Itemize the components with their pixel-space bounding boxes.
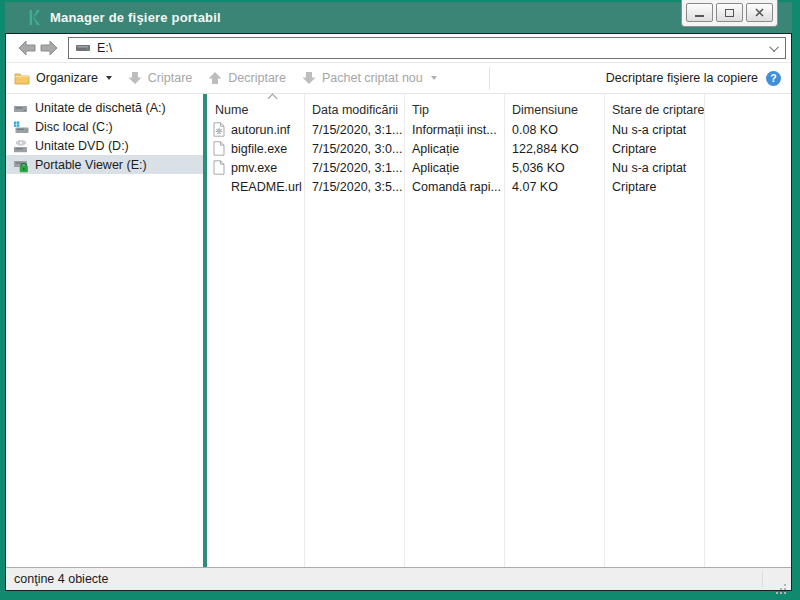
- address-bar[interactable]: E:\: [68, 37, 786, 59]
- minimize-button[interactable]: [686, 3, 713, 22]
- file-modified: 7/15/2020, 3:0...: [304, 142, 404, 156]
- toolbar-separator: [489, 67, 490, 90]
- sidebar-item-label: Unitate DVD (D:): [35, 139, 129, 153]
- window-title: Manager de fişiere portabil: [50, 10, 221, 25]
- sidebar-item-label: Portable Viewer (E:): [35, 158, 147, 172]
- decrypt-label: Decriptare: [228, 71, 286, 85]
- column-separator[interactable]: [604, 94, 605, 567]
- close-icon: [755, 8, 764, 17]
- locked-portable-drive-icon: [13, 157, 29, 173]
- chevron-down-icon: [431, 76, 437, 80]
- window-content: E:\ Organizare Criptare: [5, 33, 792, 591]
- back-arrow-icon: [18, 40, 36, 56]
- back-button[interactable]: [16, 38, 38, 58]
- column-separator[interactable]: [504, 94, 505, 567]
- column-separator[interactable]: [704, 94, 705, 567]
- maximize-button[interactable]: [716, 3, 743, 22]
- decrypt-on-copy-label: Decriptare fişiere la copiere: [606, 71, 758, 85]
- portable-file-manager-window: Manager de fişiere portabil: [0, 0, 800, 600]
- drive-sidebar: Unitate de dischetă (A:) Disc local (C:): [6, 94, 203, 567]
- arrow-down-icon: [302, 71, 316, 85]
- arrow-up-icon: [208, 71, 222, 85]
- chevron-down-icon: [106, 76, 112, 80]
- encrypt-button[interactable]: Criptare: [128, 71, 192, 85]
- file-encryption-status: Criptare: [604, 142, 704, 156]
- new-encrypted-package-button[interactable]: Pachet criptat nou: [302, 71, 437, 85]
- generic-file-icon: [213, 141, 225, 156]
- sidebar-item-portable-viewer-e[interactable]: Portable Viewer (E:): [6, 155, 203, 174]
- file-type: Aplicație: [404, 161, 504, 175]
- column-header-modified[interactable]: Data modificării: [304, 103, 404, 117]
- empty-icon-slot: [213, 179, 226, 195]
- navigation-bar: E:\: [6, 34, 791, 63]
- titlebar: Manager de fişiere portabil: [5, 2, 792, 33]
- help-icon[interactable]: ?: [766, 71, 781, 86]
- kaspersky-logo-icon: [29, 10, 41, 25]
- file-size: 5,036 KO: [504, 161, 604, 175]
- sidebar-item-floppy-a[interactable]: Unitate de dischetă (A:): [6, 98, 203, 117]
- status-bar: conţine 4 obiecte: [6, 567, 791, 590]
- column-header-type[interactable]: Tip: [404, 103, 504, 117]
- forward-button[interactable]: [38, 38, 60, 58]
- toolbar: Organizare Criptare Decriptare Pachet: [6, 63, 791, 94]
- folder-icon: [14, 72, 30, 85]
- file-size: 122,884 KO: [504, 142, 604, 156]
- forward-arrow-icon: [40, 40, 58, 56]
- file-list: Nume Data modificării Tip Dimensiune Sta…: [207, 94, 791, 567]
- sidebar-item-local-disk-c[interactable]: Disc local (C:): [6, 117, 203, 136]
- file-size: 4.07 KO: [504, 180, 604, 194]
- file-name: bigfile.exe: [231, 142, 287, 156]
- decrypt-on-copy-option[interactable]: Decriptare fişiere la copiere ?: [606, 71, 781, 86]
- main-area: Unitate de dischetă (A:) Disc local (C:): [6, 94, 791, 567]
- maximize-icon: [725, 9, 734, 17]
- status-text: conţine 4 obiecte: [14, 572, 109, 586]
- file-type: Informații inst...: [404, 123, 504, 137]
- file-name: autorun.inf: [231, 123, 290, 137]
- decrypt-button[interactable]: Decriptare: [208, 71, 286, 85]
- column-header-status[interactable]: Stare de criptare: [604, 103, 704, 117]
- file-list-header: Nume Data modificării Tip Dimensiune Sta…: [207, 94, 791, 120]
- floppy-drive-icon: [13, 100, 29, 116]
- file-modified: 7/15/2020, 3:5...: [304, 180, 404, 194]
- sidebar-item-label: Disc local (C:): [35, 120, 113, 134]
- close-button[interactable]: [746, 3, 773, 22]
- sidebar-item-label: Unitate de dischetă (A:): [35, 101, 166, 115]
- address-path: E:\: [97, 41, 772, 55]
- column-separator[interactable]: [304, 94, 305, 567]
- file-name: README.url: [231, 180, 302, 194]
- statusbar-separator: [762, 571, 763, 587]
- file-modified: 7/15/2020, 3:1...: [304, 123, 404, 137]
- setup-information-file-icon: [213, 122, 225, 137]
- resize-grip-icon[interactable]: [784, 584, 786, 586]
- file-type: Comandă rapi...: [404, 180, 504, 194]
- file-modified: 7/15/2020, 3:1...: [304, 161, 404, 175]
- file-encryption-status: Criptare: [604, 180, 704, 194]
- drive-icon: [75, 43, 91, 53]
- arrow-down-icon: [128, 71, 142, 85]
- new-encrypted-package-label: Pachet criptat nou: [322, 71, 423, 85]
- file-encryption-status: Nu s-a criptat: [604, 123, 704, 137]
- local-disk-icon: [13, 119, 29, 135]
- column-separator[interactable]: [404, 94, 405, 567]
- encrypt-label: Criptare: [148, 71, 192, 85]
- file-encryption-status: Nu s-a criptat: [604, 161, 704, 175]
- organize-button[interactable]: Organizare: [14, 71, 112, 85]
- window-controls: [681, 0, 778, 27]
- generic-file-icon: [213, 160, 225, 175]
- organize-label: Organizare: [36, 71, 98, 85]
- file-size: 0.08 KO: [504, 123, 604, 137]
- minimize-icon: [695, 15, 704, 17]
- column-header-name[interactable]: Nume: [207, 103, 304, 117]
- dvd-drive-icon: [13, 138, 29, 154]
- column-header-size[interactable]: Dimensiune: [504, 103, 604, 117]
- file-name: pmv.exe: [231, 161, 277, 175]
- file-type: Aplicație: [404, 142, 504, 156]
- sidebar-item-dvd-d[interactable]: Unitate DVD (D:): [6, 136, 203, 155]
